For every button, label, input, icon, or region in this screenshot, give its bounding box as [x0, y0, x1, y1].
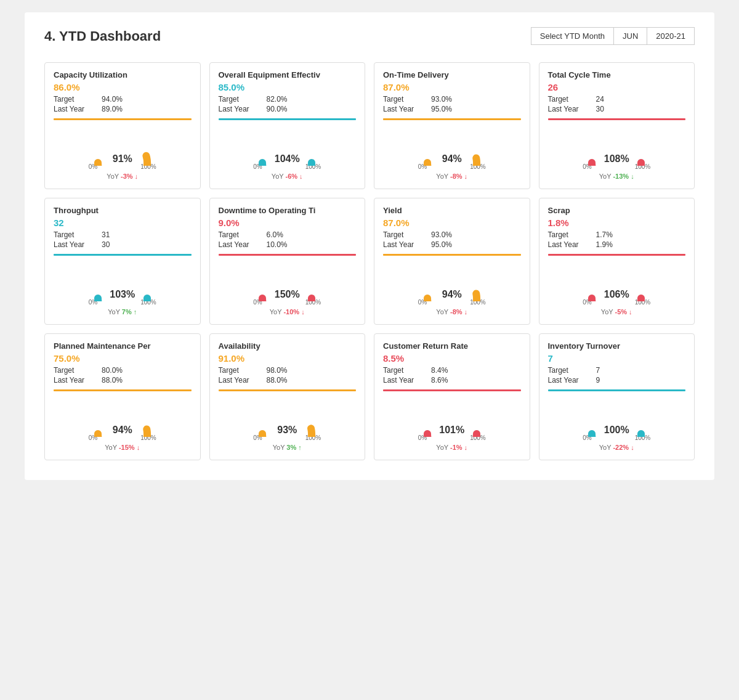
card-title-downtime-operating: Downtime to Operating Ti [219, 206, 357, 215]
card-planned-maintenance: Planned Maintenance Per 75.0% Target 80.… [44, 333, 201, 460]
yoy-label-oee: YoY [272, 173, 286, 180]
target-label-availability: Target [219, 366, 256, 375]
lastyear-value-scrap: 1.9% [596, 240, 613, 249]
lastyear-value-inventory-turnover: 9 [596, 376, 600, 385]
lastyear-value-oee: 90.0% [267, 105, 288, 113]
yoy-value-capacity-utilization: -3% ↓ [121, 173, 138, 180]
gauge-capacity-utilization: 91% [89, 129, 156, 166]
card-divider-yield [383, 254, 521, 256]
lastyear-value-planned-maintenance: 88.0% [102, 376, 123, 385]
card-target-row-on-time-delivery: Target 93.0% [383, 95, 521, 104]
card-lastyear-row-scrap: Last Year 1.9% [548, 240, 686, 249]
target-label-oee: Target [219, 95, 256, 104]
target-label-yield: Target [383, 230, 420, 239]
card-lastyear-row-oee: Last Year 90.0% [219, 105, 357, 113]
card-target-row-customer-return-rate: Target 8.4% [383, 366, 521, 375]
card-lastyear-row-capacity-utilization: Last Year 89.0% [54, 105, 192, 113]
card-on-time-delivery: On-Time Delivery 87.0% Target 93.0% Last… [374, 62, 530, 189]
lastyear-label-capacity-utilization: Last Year [54, 105, 91, 113]
card-value-scrap: 1.8% [548, 218, 686, 228]
lastyear-value-availability: 88.0% [267, 376, 288, 385]
card-title-planned-maintenance: Planned Maintenance Per [54, 341, 192, 351]
card-title-inventory-turnover: Inventory Turnover [548, 341, 686, 351]
card-target-row-downtime-operating: Target 6.0% [219, 230, 357, 239]
card-target-row-total-cycle-time: Target 24 [548, 95, 686, 104]
card-value-on-time-delivery: 87.0% [383, 82, 521, 92]
target-value-inventory-turnover: 7 [596, 366, 600, 375]
card-target-row-oee: Target 82.0% [219, 95, 357, 104]
card-throughput: Throughput 32 Target 31 Last Year 30 103… [44, 198, 201, 325]
card-inventory-turnover: Inventory Turnover 7 Target 7 Last Year … [539, 333, 695, 460]
target-value-planned-maintenance: 80.0% [102, 366, 123, 375]
gauge-planned-maintenance: 94% [89, 400, 156, 437]
gauge-value-oee: 104% [275, 153, 300, 165]
yoy-label-yield: YoY [436, 308, 450, 315]
select-ytd-month-button[interactable]: Select YTD Month [531, 28, 614, 44]
yoy-row-total-cycle-time: YoY -13% ↓ [599, 173, 634, 180]
gauge-value-throughput: 103% [110, 289, 135, 300]
card-downtime-operating: Downtime to Operating Ti 9.0% Target 6.0… [209, 198, 366, 325]
lastyear-label-oee: Last Year [219, 105, 256, 113]
gauge-oee: 104% [253, 129, 321, 166]
card-divider-capacity-utilization [54, 118, 192, 120]
target-value-downtime-operating: 6.0% [267, 230, 283, 239]
target-label-capacity-utilization: Target [54, 95, 91, 104]
target-label-throughput: Target [54, 230, 91, 239]
lastyear-value-downtime-operating: 10.0% [267, 240, 288, 249]
card-oee: Overall Equipment Effectiv 85.0% Target … [209, 62, 366, 189]
lastyear-value-capacity-utilization: 89.0% [102, 105, 123, 113]
gauge-value-inventory-turnover: 100% [604, 425, 629, 436]
dashboard-container: 4. YTD Dashboard Select YTD Month JUN 20… [25, 12, 714, 480]
target-label-total-cycle-time: Target [548, 95, 585, 104]
target-label-customer-return-rate: Target [383, 366, 420, 375]
yoy-value-yield: -8% ↓ [450, 308, 467, 315]
card-value-customer-return-rate: 8.5% [383, 353, 521, 364]
yoy-value-planned-maintenance: -15% ↓ [119, 444, 140, 451]
card-capacity-utilization: Capacity Utilization 86.0% Target 94.0% … [44, 62, 201, 189]
card-divider-customer-return-rate [383, 389, 521, 391]
card-target-row-throughput: Target 31 [54, 230, 192, 239]
card-lastyear-row-on-time-delivery: Last Year 95.0% [383, 105, 521, 113]
card-target-row-inventory-turnover: Target 7 [548, 366, 686, 375]
target-value-scrap: 1.7% [596, 230, 613, 239]
target-label-scrap: Target [548, 230, 585, 239]
yoy-row-scrap: YoY -5% ↓ [601, 308, 632, 315]
yoy-row-yield: YoY -8% ↓ [436, 308, 467, 315]
gauge-area-yield: 94% 0% 100% YoY -8% ↓ [383, 259, 521, 318]
lastyear-label-availability: Last Year [219, 376, 256, 385]
yoy-label-throughput: YoY [108, 308, 122, 315]
card-title-yield: Yield [383, 206, 521, 215]
card-title-on-time-delivery: On-Time Delivery [383, 70, 521, 79]
card-value-availability: 91.0% [219, 353, 357, 364]
card-value-throughput: 32 [54, 218, 192, 228]
target-label-inventory-turnover: Target [548, 366, 585, 375]
gauge-area-capacity-utilization: 91% 0% 100% YoY -3% ↓ [54, 124, 192, 182]
lastyear-value-on-time-delivery: 95.0% [431, 105, 452, 113]
gauge-downtime-operating: 150% [253, 264, 321, 301]
lastyear-value-throughput: 30 [102, 240, 110, 249]
yoy-value-customer-return-rate: -1% ↓ [450, 444, 467, 451]
gauge-availability: 93% [253, 400, 321, 437]
page-title: 4. YTD Dashboard [44, 28, 161, 44]
lastyear-value-total-cycle-time: 30 [596, 105, 604, 113]
card-target-row-availability: Target 98.0% [219, 366, 357, 375]
yoy-row-planned-maintenance: YoY -15% ↓ [105, 444, 140, 451]
yoy-row-oee: YoY -6% ↓ [272, 173, 303, 180]
gauge-value-customer-return-rate: 101% [439, 425, 464, 436]
gauge-area-throughput: 103% 0% 100% YoY 7% ↑ [54, 259, 192, 318]
card-target-row-capacity-utilization: Target 94.0% [54, 95, 192, 104]
card-availability: Availability 91.0% Target 98.0% Last Yea… [209, 333, 366, 460]
gauge-customer-return-rate: 101% [418, 400, 486, 437]
card-lastyear-row-customer-return-rate: Last Year 8.6% [383, 376, 521, 385]
yoy-label-availability: YoY [273, 444, 287, 451]
target-value-oee: 82.0% [267, 95, 288, 104]
yoy-label-inventory-turnover: YoY [599, 444, 613, 451]
gauge-area-inventory-turnover: 100% 0% 100% YoY -22% ↓ [548, 395, 686, 454]
card-divider-downtime-operating [219, 254, 357, 256]
gauge-throughput: 103% [89, 264, 156, 301]
card-scrap: Scrap 1.8% Target 1.7% Last Year 1.9% 10… [539, 198, 695, 325]
card-target-row-scrap: Target 1.7% [548, 230, 686, 239]
yoy-row-downtime-operating: YoY -10% ↓ [270, 308, 305, 315]
yoy-label-capacity-utilization: YoY [107, 173, 121, 180]
card-target-row-yield: Target 93.0% [383, 230, 521, 239]
